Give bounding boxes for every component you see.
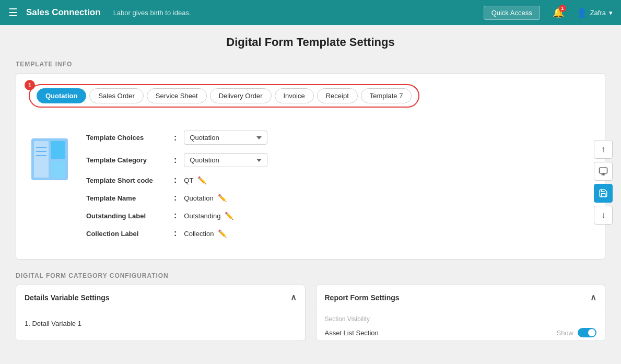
outstanding-label-row: Outstanding Label : Outstanding ✏️ bbox=[86, 211, 592, 220]
svg-rect-3 bbox=[51, 161, 65, 178]
template-name-row: Template Name : Quotation ✏️ bbox=[86, 193, 592, 203]
svg-rect-1 bbox=[34, 141, 49, 178]
colon-2: : bbox=[174, 156, 177, 165]
header: ☰ Sales Connection Labor gives birth to … bbox=[0, 0, 621, 25]
template-shortcode-row: Template Short code : QT ✏️ bbox=[86, 175, 592, 185]
template-icon bbox=[29, 136, 71, 185]
main-content: Digital Form Template Settings TEMPLATE … bbox=[0, 25, 621, 351]
asset-list-toggle-row: Asset List Section Show bbox=[317, 325, 605, 340]
outstanding-edit-icon[interactable]: ✏️ bbox=[225, 212, 233, 220]
template-info-card: 1 Quotation Sales Order Service Sheet De… bbox=[16, 73, 605, 260]
right-action-buttons: ↑ ↓ bbox=[594, 140, 613, 225]
colon-4: : bbox=[174, 193, 177, 203]
details-variable-card: Details Variable Settings ∧ 1. Detail Va… bbox=[16, 285, 306, 341]
brand-name: Sales Connection bbox=[26, 7, 101, 18]
chevron-down-icon: ▾ bbox=[609, 9, 613, 17]
details-card-header: Details Variable Settings ∧ bbox=[16, 285, 305, 310]
show-label: Show bbox=[556, 329, 573, 337]
digital-form-section: Details Variable Settings ∧ 1. Detail Va… bbox=[16, 285, 605, 341]
tab-bar: 1 Quotation Sales Order Service Sheet De… bbox=[29, 84, 419, 108]
svg-rect-2 bbox=[51, 141, 65, 159]
scroll-down-button[interactable]: ↓ bbox=[594, 206, 613, 225]
collection-label-value: Collection ✏️ bbox=[184, 229, 227, 238]
monitor-button[interactable] bbox=[594, 162, 613, 181]
outstanding-label-value: Outstanding ✏️ bbox=[184, 212, 233, 220]
tab-service-sheet[interactable]: Service Sheet bbox=[147, 88, 207, 103]
details-card-body: 1. Detail Variable 1 bbox=[16, 310, 305, 337]
asset-list-label: Asset List Section bbox=[325, 329, 379, 337]
name-edit-icon[interactable]: ✏️ bbox=[218, 194, 227, 202]
tab-quotation[interactable]: Quotation bbox=[37, 88, 86, 103]
report-card-title: Report Form Settings bbox=[325, 293, 400, 302]
collection-label-label: Collection Label bbox=[86, 230, 170, 238]
tab-receipt[interactable]: Receipt bbox=[317, 88, 358, 103]
template-name-value: Quotation ✏️ bbox=[184, 194, 226, 202]
report-form-card: Report Form Settings ∧ Section Visibilit… bbox=[316, 285, 606, 341]
scroll-up-button[interactable]: ↑ bbox=[594, 140, 613, 159]
colon-6: : bbox=[174, 229, 177, 238]
svg-rect-7 bbox=[600, 168, 607, 173]
tab-delivery-order[interactable]: Delivery Order bbox=[210, 88, 272, 103]
template-shortcode-label: Template Short code bbox=[86, 177, 170, 184]
template-shortcode-value: QT ✏️ bbox=[184, 176, 206, 184]
tab-sales-order[interactable]: Sales Order bbox=[89, 88, 143, 103]
section-visibility-label: Section Visibility bbox=[317, 310, 605, 325]
colon-5: : bbox=[174, 211, 177, 220]
template-form-body: Template Choices : Quotation Template Ca… bbox=[29, 131, 592, 246]
form-fields: Template Choices : Quotation Template Ca… bbox=[86, 131, 592, 246]
template-category-label: Template Category bbox=[86, 156, 170, 164]
quick-access-button[interactable]: Quick Access bbox=[484, 6, 540, 20]
template-name-label: Template Name bbox=[86, 194, 170, 202]
tab-invoice[interactable]: Invoice bbox=[275, 88, 314, 103]
user-menu[interactable]: 👤 Zafra ▾ bbox=[577, 8, 613, 18]
template-choices-select[interactable]: Quotation bbox=[184, 131, 267, 145]
save-button[interactable] bbox=[594, 184, 613, 203]
template-choices-label: Template Choices bbox=[86, 134, 170, 142]
bell-icon[interactable]: 🔔 1 bbox=[553, 7, 564, 18]
template-category-row: Template Category : Quotation bbox=[86, 153, 592, 167]
report-card-header: Report Form Settings ∧ bbox=[317, 285, 605, 310]
details-card-collapse-icon[interactable]: ∧ bbox=[290, 292, 297, 302]
bell-badge: 1 bbox=[559, 5, 566, 12]
outstanding-label-label: Outstanding Label bbox=[86, 212, 170, 220]
shortcode-edit-icon[interactable]: ✏️ bbox=[197, 176, 206, 184]
detail-variable-1: 1. Detail Variable 1 bbox=[25, 318, 297, 330]
details-card-title: Details Variable Settings bbox=[25, 293, 110, 302]
asset-list-toggle[interactable] bbox=[578, 328, 596, 337]
menu-icon[interactable]: ☰ bbox=[8, 6, 18, 19]
tab-template-7[interactable]: Template 7 bbox=[361, 88, 412, 103]
colon-1: : bbox=[174, 133, 177, 143]
digital-form-section-label: DIGITAL FORM CATEGORY CONFIGURATION bbox=[16, 272, 605, 279]
report-card-collapse-icon[interactable]: ∧ bbox=[590, 292, 596, 302]
template-category-select[interactable]: Quotation bbox=[184, 153, 267, 167]
page-title: Digital Form Template Settings bbox=[16, 36, 605, 49]
template-choices-row: Template Choices : Quotation bbox=[86, 131, 592, 145]
colon-3: : bbox=[174, 175, 177, 185]
user-avatar-icon: 👤 bbox=[577, 8, 587, 18]
user-name: Zafra bbox=[590, 9, 606, 17]
tab-badge: 1 bbox=[25, 80, 35, 90]
template-info-section-label: TEMPLATE INFO bbox=[16, 61, 605, 68]
tagline: Labor gives birth to ideas. bbox=[113, 9, 191, 17]
collection-label-row: Collection Label : Collection ✏️ bbox=[86, 229, 592, 238]
collection-edit-icon[interactable]: ✏️ bbox=[218, 229, 227, 238]
